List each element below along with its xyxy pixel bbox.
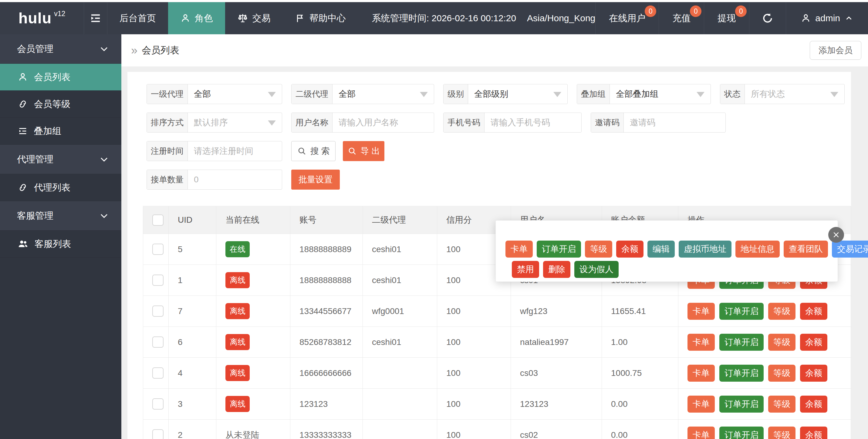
row-action-balance-button[interactable]: 余额 xyxy=(800,365,827,382)
nav-tab-dashboard[interactable]: 后台首页 xyxy=(107,2,168,34)
second-agent-select[interactable]: 全部 xyxy=(333,84,434,104)
popup-action-order-open-button[interactable]: 订单开启 xyxy=(537,241,581,258)
batch-set-button[interactable]: 批量设置 xyxy=(291,169,340,190)
cell-actions: 卡单订单开启等级余额 xyxy=(678,419,851,439)
stack-group-select[interactable]: 全部叠加组 xyxy=(610,84,711,104)
popup-action-crypto-address-button[interactable]: 虚拟币地址 xyxy=(679,241,732,258)
sidebar-group-label: 会员管理 xyxy=(17,43,53,55)
row-action-level-button[interactable]: 等级 xyxy=(768,396,796,413)
select-all-checkbox[interactable] xyxy=(152,215,163,226)
sidebar-group-agent-management[interactable]: 代理管理 xyxy=(0,145,121,174)
popup-action-trade-record-button[interactable]: 交易记录 xyxy=(832,241,868,258)
table-row: 7 离线 13344556677 wfg0001 100 wfg123 1165… xyxy=(143,296,851,327)
popup-row1: 卡单订单开启等级余额编辑虚拟币地址地址信息查看团队交易记录 xyxy=(505,241,838,258)
row-action-balance-button[interactable]: 余额 xyxy=(800,303,827,320)
sidebar-group-support-management[interactable]: 客服管理 xyxy=(0,201,121,230)
row-action-card-button[interactable]: 卡单 xyxy=(687,334,715,351)
row-action-order-open-button[interactable]: 订单开启 xyxy=(719,396,764,413)
sidebar: 会员管理 会员列表 会员等级 叠加组 代理管理 xyxy=(0,34,121,439)
popup-action-edit-button[interactable]: 编辑 xyxy=(647,241,675,258)
sidebar-item-agent-list[interactable]: 代理列表 xyxy=(0,174,121,201)
row-action-order-open-button[interactable]: 订单开启 xyxy=(719,427,764,439)
row-action-level-button[interactable]: 等级 xyxy=(768,334,796,351)
sidebar-toggle-button[interactable] xyxy=(84,2,107,34)
row-action-order-open-button[interactable]: 订单开启 xyxy=(719,334,764,351)
row-checkbox[interactable] xyxy=(152,337,163,348)
row-checkbox[interactable] xyxy=(152,275,163,286)
sidebar-item-stack-group[interactable]: 叠加组 xyxy=(0,118,121,145)
nav-tab-trade[interactable]: 交易 xyxy=(225,2,283,34)
sort-select[interactable]: 默认排序 xyxy=(188,113,282,132)
phone-input[interactable]: 请输入手机号码 xyxy=(485,113,581,132)
column-header-online: 当前在线 xyxy=(216,206,290,234)
username-input[interactable]: 请输入用户名称 xyxy=(333,113,434,132)
export-button[interactable]: 导 出 xyxy=(343,141,384,161)
cell-balance: 1.00 xyxy=(602,327,678,358)
row-checkbox[interactable] xyxy=(152,244,163,255)
level-select[interactable]: 全部级别 xyxy=(468,84,567,104)
row-checkbox[interactable] xyxy=(152,306,163,317)
status-select[interactable]: 所有状态 xyxy=(745,84,844,104)
sidebar-item-support-list[interactable]: 客服列表 xyxy=(0,230,121,258)
first-agent-select[interactable]: 全部 xyxy=(188,84,282,104)
row-checkbox[interactable] xyxy=(152,398,163,410)
admin-user-menu[interactable]: admin xyxy=(786,2,868,34)
order-count-input[interactable]: 0 xyxy=(188,170,282,189)
row-action-card-button[interactable]: 卡单 xyxy=(687,427,715,439)
sidebar-item-label: 代理列表 xyxy=(34,181,70,194)
row-checkbox-cell xyxy=(143,358,169,389)
refresh-button[interactable] xyxy=(749,2,786,34)
withdraw-button[interactable]: 提现 0 xyxy=(704,2,749,34)
chevron-up-icon xyxy=(844,14,854,23)
nav-tab-roles[interactable]: 角色 xyxy=(168,2,225,34)
popup-action-delete-button[interactable]: 删除 xyxy=(543,261,570,278)
row-action-level-button[interactable]: 等级 xyxy=(768,365,796,382)
sidebar-item-label: 会员等级 xyxy=(34,98,70,111)
cell-balance: 0.00 xyxy=(602,419,678,439)
row-action-balance-button[interactable]: 余额 xyxy=(800,427,827,439)
popup-action-set-fake-button[interactable]: 设为假人 xyxy=(574,261,619,278)
row-action-card-button[interactable]: 卡单 xyxy=(687,303,715,320)
popup-action-level-button[interactable]: 等级 xyxy=(585,241,612,258)
sidebar-item-member-list[interactable]: 会员列表 xyxy=(0,64,121,91)
cell-online-status: 离线 xyxy=(216,296,290,327)
cell-second-agent: ceshi01 xyxy=(363,265,437,296)
row-action-card-button[interactable]: 卡单 xyxy=(687,396,715,413)
popup-action-card-button[interactable]: 卡单 xyxy=(505,241,533,258)
popup-close-button[interactable] xyxy=(828,227,844,243)
sidebar-group-member-management[interactable]: 会员管理 xyxy=(0,34,121,64)
nav-tab-help-center[interactable]: 帮助中心 xyxy=(283,2,358,34)
row-action-level-button[interactable]: 等级 xyxy=(768,303,796,320)
sidebar-item-label: 会员列表 xyxy=(34,71,70,84)
member-admin-app: hulu v12 后台首页 角色 交易 帮助中心 xyxy=(0,0,868,439)
invite-code-input[interactable]: 邀请码 xyxy=(624,113,725,132)
cell-second-agent xyxy=(363,389,437,419)
table-row: 6 离线 85268783812 ceshi01 100 nataliea199… xyxy=(143,327,851,358)
sidebar-item-member-level[interactable]: 会员等级 xyxy=(0,91,121,118)
table-row: 2 从未登陆 13333333333 100 cs02 0.00 卡单订单开启等… xyxy=(143,419,851,439)
register-time-input[interactable]: 请选择注册时间 xyxy=(188,142,282,161)
row-checkbox[interactable] xyxy=(152,367,163,379)
popup-action-disable-button[interactable]: 禁用 xyxy=(512,261,539,278)
row-action-order-open-button[interactable]: 订单开启 xyxy=(719,303,764,320)
row-action-balance-button[interactable]: 余额 xyxy=(800,396,827,413)
popup-action-address-info-button[interactable]: 地址信息 xyxy=(736,241,780,258)
input-placeholder: 请输入用户名称 xyxy=(339,117,398,128)
row-action-balance-button[interactable]: 余额 xyxy=(800,334,827,351)
online-users-button[interactable]: 在线用户 0 xyxy=(595,2,659,34)
row-action-level-button[interactable]: 等级 xyxy=(768,427,796,439)
input-placeholder: 邀请码 xyxy=(630,117,655,128)
batch-set-label: 批量设置 xyxy=(299,174,333,185)
recharge-button[interactable]: 充值 0 xyxy=(659,2,704,34)
popup-action-balance-button[interactable]: 余额 xyxy=(616,241,644,258)
row-checkbox-cell xyxy=(143,419,169,439)
add-member-button[interactable]: 添加会员 xyxy=(810,41,861,60)
search-button[interactable]: 搜 索 xyxy=(291,141,336,161)
row-action-order-open-button[interactable]: 订单开启 xyxy=(719,365,764,382)
status-badge: 在线 xyxy=(225,241,250,257)
popup-action-view-team-button[interactable]: 查看团队 xyxy=(784,241,828,258)
row-action-card-button[interactable]: 卡单 xyxy=(687,365,715,382)
caret-down-icon xyxy=(553,92,561,97)
row-checkbox[interactable] xyxy=(152,429,163,439)
select-value: 所有状态 xyxy=(751,88,785,100)
